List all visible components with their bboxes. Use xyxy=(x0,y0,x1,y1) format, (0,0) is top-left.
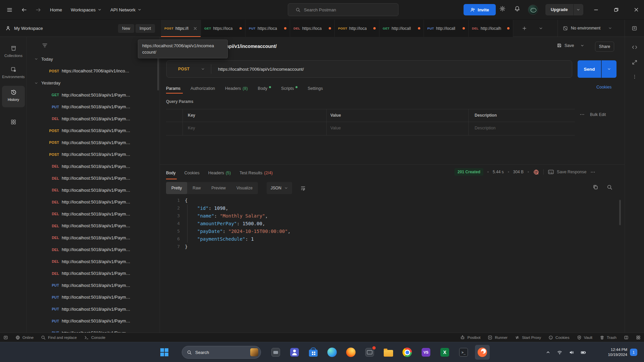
sidebar-item-history[interactable]: History xyxy=(2,86,25,107)
avatar[interactable] xyxy=(528,5,538,15)
save-button[interactable]: Save xyxy=(557,43,584,48)
teams-app-icon[interactable] xyxy=(287,345,302,360)
history-request-item[interactable]: DEL http://localhost:5018/api/v1/Paym… xyxy=(27,161,160,173)
history-request-item[interactable]: PUT http://localhost:5018/api/v1/Paym… xyxy=(27,315,160,327)
invite-button[interactable]: Invite xyxy=(464,4,496,15)
upgrade-button[interactable]: Upgrade xyxy=(545,4,583,15)
view-tab[interactable]: Pretty xyxy=(166,182,187,194)
copy-icon[interactable] xyxy=(593,184,598,190)
history-request-item[interactable]: DEL http://localhost:5018/api/v1/Paym… xyxy=(27,220,160,232)
network-info-icon[interactable] xyxy=(533,169,539,175)
format-selector[interactable]: JSON xyxy=(267,182,292,194)
history-request-item[interactable]: PUT http://localhost:5018/api/v1/Paym… xyxy=(27,101,160,113)
bulk-edit-button[interactable]: Bulk Edit xyxy=(590,112,606,117)
new-button[interactable]: New xyxy=(118,24,134,33)
statusbar-item[interactable] xyxy=(3,335,8,340)
cookies-link[interactable]: Cookies xyxy=(596,85,611,89)
settings-gear-icon[interactable] xyxy=(499,6,505,12)
postman-app-icon[interactable] xyxy=(475,345,490,360)
history-request-item[interactable]: POST http://localhost:5018/api/v1/Paym… xyxy=(27,148,160,161)
battery-icon[interactable] xyxy=(581,350,586,355)
volume-icon[interactable] xyxy=(569,350,574,355)
environment-selector[interactable]: No environment xyxy=(557,20,625,37)
section-tab[interactable]: Scripts xyxy=(281,86,298,91)
statusbar-item[interactable]: Find and replace xyxy=(41,335,77,340)
history-request-item[interactable]: PUT http://localhost:5018/api/v1/Paym… xyxy=(27,280,160,292)
chrome-app-icon[interactable] xyxy=(400,345,415,360)
request-tab[interactable]: PUT https://loca xyxy=(246,20,290,37)
tray-chevron-up-icon[interactable] xyxy=(546,350,550,355)
request-tab[interactable]: POST https://l xyxy=(161,20,201,37)
workspace-switcher[interactable]: My Workspace xyxy=(5,20,43,37)
wrap-lines-icon[interactable] xyxy=(300,185,306,191)
statusbar-item[interactable] xyxy=(624,335,629,340)
request-tab[interactable]: DEL https://loca xyxy=(290,20,335,37)
history-request-item[interactable]: DEL http://localhost:5018/api/v1/Paym… xyxy=(27,232,160,244)
drag-handle-icon[interactable] xyxy=(632,74,637,79)
edge-app-icon[interactable] xyxy=(325,345,339,360)
method-selector[interactable]: POST xyxy=(167,67,211,71)
history-request-item[interactable]: PUT http://localhost:5018/api/v1/Paym… xyxy=(27,291,160,303)
description-input[interactable]: Description xyxy=(475,126,496,130)
statusbar-item[interactable] xyxy=(636,335,641,340)
request-tab[interactable]: GET http://locall xyxy=(379,20,424,37)
history-section-header[interactable]: Yesterday xyxy=(27,77,160,89)
statusbar-item[interactable]: Postbot xyxy=(460,335,480,340)
store-app-icon[interactable] xyxy=(306,345,321,360)
statusbar-item[interactable]: Start Proxy xyxy=(515,335,541,340)
section-tab[interactable]: Headers (8) xyxy=(225,86,248,91)
statusbar-item[interactable]: Console xyxy=(84,335,105,340)
search-input[interactable]: Search Postman xyxy=(288,3,398,16)
tab-options-chevron-icon[interactable] xyxy=(539,26,543,31)
history-request-item[interactable]: POST http://localhost:5018/api/v1/Paym… xyxy=(27,137,160,149)
firefox-app-icon[interactable] xyxy=(343,345,358,360)
section-tab[interactable]: Params xyxy=(166,86,180,91)
search-highlight-thumbnail[interactable] xyxy=(250,348,258,356)
request-tab[interactable]: POST http://loca xyxy=(335,20,379,37)
history-request-item[interactable]: DEL http://localhost:5018/api/v1/Paym… xyxy=(27,113,160,125)
share-button[interactable]: Share xyxy=(595,42,614,52)
send-options-button[interactable] xyxy=(601,60,616,78)
history-request-item[interactable]: DEL http://localhost:5018/api/v1/Paym… xyxy=(27,184,160,196)
excel-app-icon[interactable] xyxy=(437,345,452,360)
history-request-item[interactable]: DEL http://localhost:5018/api/v1/Paym… xyxy=(27,267,160,280)
main-menu-icon[interactable] xyxy=(7,7,12,13)
taskbar-clock[interactable]: 12:44 PM 10/19/2024 xyxy=(599,342,627,362)
nav-workspaces[interactable]: Workspaces xyxy=(71,7,102,12)
upgrade-dropdown[interactable] xyxy=(573,4,583,15)
notification-count-badge[interactable]: 1 xyxy=(630,349,637,356)
history-request-item[interactable]: PUT http://localhost:5018/api/v1/Paym… xyxy=(27,327,160,333)
section-tab[interactable]: Body xyxy=(258,86,271,91)
history-request-item[interactable]: DEL http://localhost:5018/api/v1/Paym… xyxy=(27,196,160,208)
environment-quick-look-button[interactable] xyxy=(625,20,644,37)
nav-api-network[interactable]: API Network xyxy=(110,7,142,12)
expand-icon[interactable] xyxy=(632,60,637,65)
statusbar-item[interactable]: Online xyxy=(15,335,34,340)
history-request-item[interactable]: POST https://localhost:7006/api/v1/inco… xyxy=(27,65,160,77)
key-input[interactable]: Key xyxy=(188,126,195,130)
filter-icon[interactable] xyxy=(42,42,48,49)
view-tab[interactable]: Raw xyxy=(187,182,206,194)
window-close-button[interactable] xyxy=(634,7,639,12)
save-dropdown-chevron-icon[interactable] xyxy=(580,44,584,48)
nav-home[interactable]: Home xyxy=(50,7,62,12)
sidebar-item-environments[interactable]: Environments xyxy=(0,66,27,79)
send-button[interactable]: Send xyxy=(578,60,601,78)
section-tab[interactable]: Headers (5) xyxy=(208,171,231,175)
statusbar-item[interactable]: Trash xyxy=(600,335,616,340)
statusbar-item[interactable]: Runner xyxy=(488,335,507,340)
close-tab-icon[interactable] xyxy=(193,26,197,31)
code-snippet-icon[interactable] xyxy=(632,44,638,50)
history-request-item[interactable]: GET http://localhost:5018/api/v1/Paym… xyxy=(27,89,160,101)
taskbar-search[interactable]: Search xyxy=(182,346,261,359)
section-tab[interactable]: Settings xyxy=(308,86,323,91)
section-tab[interactable]: Authorization xyxy=(191,86,215,91)
sidebar-item-collections[interactable]: Collections xyxy=(0,45,27,58)
more-options-icon[interactable] xyxy=(580,112,585,117)
sidebar-item-more[interactable] xyxy=(0,119,27,125)
import-button[interactable]: Import xyxy=(136,24,155,33)
history-request-item[interactable]: DEL http://localhost:5018/api/v1/Paym… xyxy=(27,244,160,256)
response-scrollbar[interactable] xyxy=(619,200,621,225)
network-icon[interactable] xyxy=(557,350,562,355)
statusbar-item[interactable]: Cookies xyxy=(548,335,570,340)
